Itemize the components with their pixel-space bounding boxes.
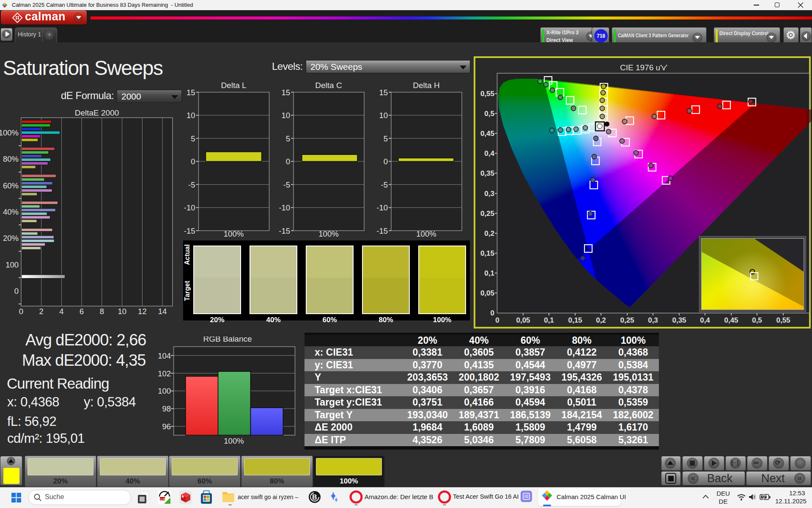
svg-text:0,05: 0,05 <box>480 289 494 297</box>
svg-text:100%: 100% <box>318 229 338 238</box>
svg-text:-10: -10 <box>376 203 388 212</box>
svg-text:0,55: 0,55 <box>480 90 494 98</box>
svg-text:0,25: 0,25 <box>480 210 494 218</box>
svg-text:100: 100 <box>158 387 171 395</box>
svg-text:0,15: 0,15 <box>568 316 582 324</box>
svg-text:0,3: 0,3 <box>648 316 658 324</box>
svg-text:0,25: 0,25 <box>620 316 634 324</box>
svg-text:5: 5 <box>384 134 388 143</box>
svg-text:10: 10 <box>187 111 195 120</box>
svg-text:Delta H: Delta H <box>413 81 439 90</box>
svg-text:0,45: 0,45 <box>724 316 738 324</box>
svg-text:100%: 100% <box>0 128 19 137</box>
svg-text:0,4: 0,4 <box>700 316 710 324</box>
svg-text:102: 102 <box>158 369 171 378</box>
svg-text:100%: 100% <box>416 229 436 238</box>
svg-text:-15: -15 <box>184 226 195 235</box>
svg-text:0: 0 <box>191 157 195 166</box>
svg-text:-5: -5 <box>188 180 195 189</box>
svg-text:-5: -5 <box>381 180 388 189</box>
svg-text:96: 96 <box>162 422 171 431</box>
svg-text:0,2: 0,2 <box>596 316 606 324</box>
svg-text:0: 0 <box>14 287 19 295</box>
svg-text:0: 0 <box>384 157 388 166</box>
svg-text:-15: -15 <box>279 226 290 235</box>
svg-text:15: 15 <box>281 88 290 97</box>
svg-text:15: 15 <box>379 88 388 97</box>
svg-text:12: 12 <box>138 307 147 316</box>
svg-text:20%: 20% <box>3 234 19 243</box>
svg-text:60%: 60% <box>3 181 19 190</box>
svg-text:0: 0 <box>495 316 499 324</box>
svg-text:100%: 100% <box>224 229 244 238</box>
svg-text:-5: -5 <box>283 180 290 189</box>
svg-text:Delta L: Delta L <box>221 81 246 90</box>
svg-text:2: 2 <box>39 307 44 316</box>
svg-text:0,15: 0,15 <box>480 249 494 257</box>
svg-text:100: 100 <box>5 260 19 269</box>
svg-text:DeltaE 2000: DeltaE 2000 <box>75 110 119 117</box>
svg-text:15: 15 <box>187 88 195 97</box>
svg-text:0,5: 0,5 <box>484 110 494 118</box>
svg-text:14: 14 <box>158 307 167 316</box>
svg-text:-10: -10 <box>279 203 290 212</box>
svg-text:0,2: 0,2 <box>484 229 494 237</box>
svg-text:10: 10 <box>281 111 290 120</box>
svg-text:10: 10 <box>379 111 388 120</box>
svg-text:8: 8 <box>100 307 104 316</box>
svg-text:0,35: 0,35 <box>672 316 686 324</box>
svg-text:0,1: 0,1 <box>484 269 494 277</box>
svg-text:6: 6 <box>80 307 84 316</box>
svg-text:0,35: 0,35 <box>480 169 494 177</box>
svg-text:40%: 40% <box>3 207 19 216</box>
svg-text:CIE 1976 u'v': CIE 1976 u'v' <box>620 63 667 72</box>
svg-text:-10: -10 <box>184 203 195 212</box>
svg-text:0,3: 0,3 <box>484 190 494 198</box>
svg-text:80%: 80% <box>3 155 19 163</box>
svg-text:0,55: 0,55 <box>776 316 790 324</box>
svg-text:0,4: 0,4 <box>484 149 494 157</box>
svg-text:0,45: 0,45 <box>480 130 494 138</box>
svg-text:0.45: 0.45 <box>160 498 165 500</box>
svg-text:B: B <box>312 494 317 501</box>
svg-text:100%: 100% <box>224 436 244 445</box>
svg-text:4: 4 <box>59 307 63 316</box>
svg-text:Delta C: Delta C <box>315 81 342 90</box>
svg-text:0: 0 <box>491 309 494 317</box>
svg-text:-15: -15 <box>376 226 388 235</box>
svg-text:0: 0 <box>19 307 23 316</box>
svg-text:98: 98 <box>162 404 171 413</box>
svg-text:0,5: 0,5 <box>752 316 762 324</box>
svg-text:RGB Balance: RGB Balance <box>203 337 252 343</box>
svg-text:10: 10 <box>118 307 126 316</box>
svg-text:104: 104 <box>158 351 171 360</box>
svg-text:5: 5 <box>286 134 290 143</box>
svg-text:5: 5 <box>191 134 195 143</box>
svg-text:0,1: 0,1 <box>544 316 554 324</box>
svg-text:0,05: 0,05 <box>516 316 530 324</box>
svg-text:0: 0 <box>286 157 290 166</box>
